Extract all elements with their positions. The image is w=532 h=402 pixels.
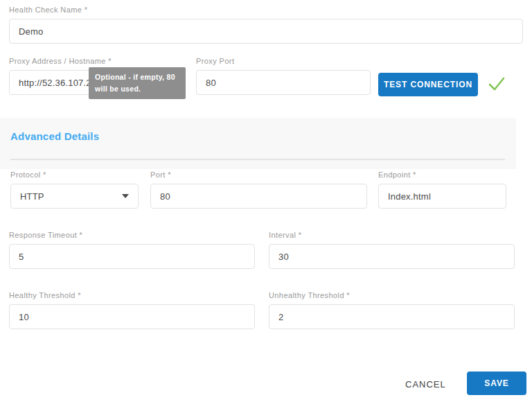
proxy-port-input[interactable]: [196, 70, 371, 95]
healthy-threshold-field: Healthy Threshold *: [9, 291, 255, 329]
response-timeout-label: Response Timeout *: [9, 231, 255, 240]
protocol-selected-value: HTTP: [20, 191, 44, 202]
endpoint-label: Endpoint *: [378, 171, 506, 180]
unhealthy-threshold-input[interactable]: [269, 304, 515, 329]
health-check-name-field: Health Check Name *: [9, 6, 523, 44]
interval-field: Interval *: [269, 231, 515, 269]
test-connection-button[interactable]: TEST CONNECTION: [378, 73, 478, 96]
proxy-address-label: Proxy Address / Hostname *: [9, 57, 186, 66]
health-check-name-label: Health Check Name *: [9, 6, 523, 15]
port-input[interactable]: [150, 184, 367, 209]
port-field: Port *: [150, 171, 367, 209]
endpoint-field: Endpoint *: [378, 171, 506, 209]
port-label: Port *: [150, 171, 367, 180]
protocol-field: Protocol * HTTP: [10, 171, 139, 209]
unhealthy-threshold-field: Unhealthy Threshold *: [269, 291, 515, 329]
proxy-port-tooltip: Optional - if empty, 80 will be used.: [89, 67, 186, 99]
advanced-details-title: Advanced Details: [10, 130, 99, 142]
protocol-select[interactable]: HTTP: [10, 184, 139, 209]
interval-label: Interval *: [269, 231, 515, 240]
interval-input[interactable]: [269, 244, 515, 269]
health-check-name-input[interactable]: [9, 19, 523, 44]
advanced-details-panel: Advanced Details: [0, 118, 516, 169]
health-check-form: Health Check Name * Proxy Address / Host…: [0, 0, 532, 402]
proxy-port-field: Proxy Port: [196, 57, 371, 95]
advanced-details-divider: [10, 159, 505, 160]
protocol-label: Protocol *: [10, 171, 139, 180]
response-timeout-field: Response Timeout *: [9, 231, 255, 269]
response-timeout-input[interactable]: [9, 244, 255, 269]
proxy-port-label: Proxy Port: [196, 57, 371, 66]
save-button[interactable]: SAVE: [467, 372, 526, 395]
healthy-threshold-input[interactable]: [9, 304, 255, 329]
chevron-down-icon: [122, 194, 129, 198]
unhealthy-threshold-label: Unhealthy Threshold *: [269, 291, 515, 300]
endpoint-input[interactable]: [378, 184, 506, 209]
cancel-button[interactable]: CANCEL: [405, 378, 446, 390]
healthy-threshold-label: Healthy Threshold *: [9, 291, 255, 300]
connection-success-check-icon: [488, 76, 506, 94]
